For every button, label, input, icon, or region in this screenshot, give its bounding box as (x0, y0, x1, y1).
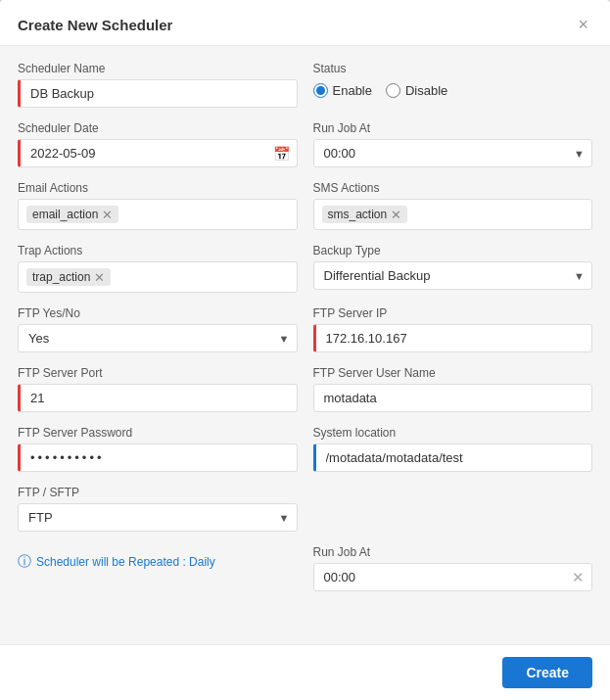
ftp-sftp-spacer (313, 486, 593, 532)
ftp-server-username-label: FTP Server User Name (313, 366, 593, 380)
repeat-info-row: ⓘ Scheduler will be Repeated : Daily (18, 553, 298, 571)
close-button[interactable]: × (574, 14, 592, 35)
ftp-server-username-input[interactable] (313, 384, 593, 412)
ftp-server-ip-group: FTP Server IP (313, 306, 593, 352)
status-radio-row: Enable Disable (313, 83, 593, 98)
info-icon: ⓘ (18, 553, 31, 571)
modal-footer: Create (0, 644, 610, 700)
email-actions-group: Email Actions email_action ✕ (18, 181, 298, 230)
ftp-yes-no-select-wrap: Yes No ▼ (18, 324, 298, 352)
row-ftp-port-username: FTP Server Port FTP Server User Name (18, 366, 592, 412)
ftp-yes-no-group: FTP Yes/No Yes No ▼ (18, 306, 298, 352)
row-ftp-yn-ip: FTP Yes/No Yes No ▼ FTP Server IP (18, 306, 592, 352)
ftp-server-password-label: FTP Server Password (18, 426, 298, 440)
system-location-label: System location (313, 426, 593, 440)
sms-actions-group: SMS Actions sms_action ✕ (313, 181, 593, 230)
create-scheduler-modal: Create New Scheduler × Scheduler Name St… (0, 0, 610, 700)
run-job-at-clear-icon[interactable]: ✕ (572, 569, 585, 586)
ftp-server-username-group: FTP Server User Name (313, 366, 593, 412)
scheduler-date-group: Scheduler Date 📅 (18, 121, 298, 167)
run-job-at-select[interactable]: 00:00 01:00 02:00 (313, 139, 593, 167)
trap-actions-tag-input[interactable]: trap_action ✕ (18, 261, 298, 293)
backup-type-label: Backup Type (313, 244, 593, 257)
backup-type-select-wrap: Differential Backup Full Backup ▼ (313, 261, 593, 290)
row-scheduler-name-status: Scheduler Name Status Enable Disable (18, 62, 592, 108)
modal-body: Scheduler Name Status Enable Disable (0, 46, 610, 644)
email-action-tag: email_action ✕ (26, 206, 118, 223)
row-date-runjob: Scheduler Date 📅 Run Job At 00:00 01:00 … (18, 121, 592, 167)
ftp-sftp-select-wrap: FTP SFTP ▼ (18, 503, 298, 532)
backup-type-group: Backup Type Differential Backup Full Bac… (313, 244, 593, 293)
run-job-at-bottom-input[interactable] (313, 563, 593, 591)
ftp-server-port-group: FTP Server Port (18, 366, 298, 412)
run-job-at-bottom-input-wrap: ✕ (313, 563, 593, 591)
trap-action-tag-remove[interactable]: ✕ (94, 271, 105, 284)
scheduler-date-input-wrap: 📅 (18, 139, 298, 167)
ftp-server-ip-label: FTP Server IP (313, 306, 593, 320)
email-action-tag-remove[interactable]: ✕ (102, 209, 113, 221)
email-actions-label: Email Actions (18, 181, 298, 195)
modal-header: Create New Scheduler × (0, 0, 610, 46)
run-job-at-bottom-group: Run Job At ✕ (313, 545, 593, 591)
status-disable-radio[interactable] (386, 83, 400, 98)
create-button[interactable]: Create (502, 657, 592, 688)
trap-action-tag: trap_action ✕ (26, 268, 111, 286)
ftp-sftp-group: FTP / SFTP FTP SFTP ▼ (18, 486, 298, 532)
system-location-group: System location (313, 426, 593, 472)
row-trap-backup: Trap Actions trap_action ✕ Backup Type D… (18, 244, 592, 293)
scheduler-name-label: Scheduler Name (18, 62, 298, 75)
row-email-sms: Email Actions email_action ✕ SMS Actions… (18, 181, 592, 230)
sms-actions-tag-input[interactable]: sms_action ✕ (313, 199, 593, 230)
status-disable-label[interactable]: Disable (386, 83, 447, 98)
status-group: Status Enable Disable (313, 62, 593, 108)
ftp-yes-no-select[interactable]: Yes No (18, 324, 298, 352)
ftp-server-port-input[interactable] (18, 384, 298, 412)
system-location-input[interactable] (313, 443, 593, 472)
repeat-info-text: Scheduler will be Repeated : Daily (36, 555, 215, 569)
scheduler-name-input-wrap (18, 79, 298, 108)
run-job-at-bottom-label: Run Job At (313, 545, 593, 559)
ftp-sftp-select[interactable]: FTP SFTP (18, 503, 298, 532)
status-enable-label[interactable]: Enable (313, 83, 372, 98)
ftp-server-ip-input[interactable] (313, 324, 593, 352)
scheduler-name-group: Scheduler Name (18, 62, 298, 108)
scheduler-name-input[interactable] (18, 79, 298, 108)
ftp-server-password-input[interactable] (18, 443, 298, 472)
trap-actions-group: Trap Actions trap_action ✕ (18, 244, 298, 293)
row-ftp-password-sysloc: FTP Server Password System location (18, 426, 592, 472)
sms-action-tag-remove[interactable]: ✕ (391, 209, 401, 221)
repeat-info-group: ⓘ Scheduler will be Repeated : Daily (18, 545, 298, 581)
backup-type-select[interactable]: Differential Backup Full Backup (313, 261, 593, 290)
ftp-sftp-label: FTP / SFTP (18, 486, 298, 499)
sms-actions-label: SMS Actions (313, 181, 593, 195)
row-ftp-sftp: FTP / SFTP FTP SFTP ▼ (18, 486, 592, 532)
ftp-yes-no-label: FTP Yes/No (18, 306, 298, 320)
trap-actions-label: Trap Actions (18, 244, 298, 257)
run-job-at-group: Run Job At 00:00 01:00 02:00 ▼ (313, 121, 593, 167)
row-info-runjob-bottom: ⓘ Scheduler will be Repeated : Daily Run… (18, 545, 592, 591)
run-job-at-select-wrap: 00:00 01:00 02:00 ▼ (313, 139, 593, 167)
ftp-server-port-label: FTP Server Port (18, 366, 298, 380)
status-label: Status (313, 62, 593, 75)
scheduler-date-input[interactable] (18, 139, 298, 167)
modal-title: Create New Scheduler (18, 17, 172, 33)
calendar-icon: 📅 (273, 146, 290, 162)
sms-action-tag: sms_action ✕ (322, 206, 408, 223)
run-job-at-label: Run Job At (313, 121, 593, 135)
email-actions-tag-input[interactable]: email_action ✕ (18, 199, 298, 230)
scheduler-date-label: Scheduler Date (18, 121, 298, 135)
status-enable-radio[interactable] (313, 83, 328, 98)
ftp-server-password-group: FTP Server Password (18, 426, 298, 472)
